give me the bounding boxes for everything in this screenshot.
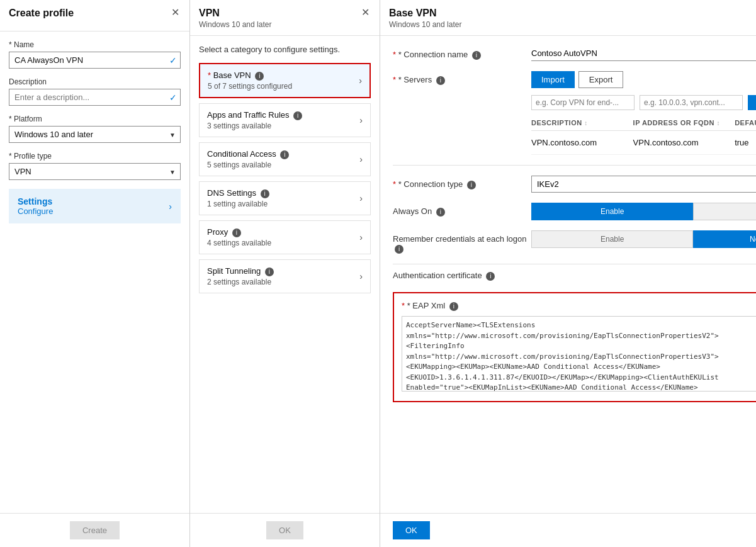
platform-label: * Platform [9, 115, 181, 123]
left-panel-header: Create profile ✕ [0, 0, 189, 31]
category-base-vpn-count: 5 of 7 settings configured [208, 82, 292, 91]
connection-type-select-wrapper: IKEv2 ▼ [531, 176, 756, 193]
remember-not-configured-button[interactable]: Not configured [693, 230, 756, 248]
ip-fqdn-input[interactable] [640, 95, 743, 110]
mid-ok-button[interactable]: OK [266, 521, 303, 539]
category-dns-settings[interactable]: DNS Settings i 1 setting available › [199, 181, 371, 215]
category-intro-text: Select a category to configure settings. [199, 45, 371, 54]
category-proxy[interactable]: Proxy i 4 settings available › [199, 220, 371, 254]
always-on-control: Enable Disable [531, 203, 756, 220]
mid-panel-close-button[interactable]: ✕ [360, 8, 371, 18]
connection-type-select[interactable]: IKEv2 [531, 176, 756, 193]
description-server-input[interactable] [531, 95, 635, 110]
name-input[interactable] [9, 52, 181, 69]
servers-table-header: DESCRIPTION ↕ IP ADDRESS OR FQDN ↕ DEFAU… [531, 115, 756, 131]
auth-cert-info-icon[interactable]: i [486, 272, 495, 281]
settings-sublabel: Configure [18, 206, 53, 216]
right-ok-button[interactable]: OK [393, 521, 430, 539]
servers-info-icon[interactable]: i [436, 76, 445, 85]
create-button[interactable]: Create [70, 521, 120, 539]
base-vpn-info-icon[interactable]: i [255, 72, 264, 81]
remember-credentials-label: Remember credentials at each logon i [393, 230, 531, 254]
td-description: VPN.contoso.com [531, 138, 633, 147]
category-dns-settings-count: 1 setting available [207, 200, 269, 208]
remember-enable-button[interactable]: Enable [531, 230, 693, 248]
eap-xml-label: * * EAP Xml i [402, 301, 756, 311]
auth-cert-label: Authentication certificate i [393, 271, 756, 281]
td-default: true [735, 138, 756, 147]
settings-configure-item[interactable]: Settings Configure › [9, 189, 181, 223]
category-conditional-access[interactable]: Conditional Access i 5 settings availabl… [199, 142, 371, 176]
table-row: VPN.contoso.com VPN.contoso.com true ··· [531, 131, 756, 155]
category-proxy-text: Proxy i 4 settings available [207, 227, 271, 247]
mid-panel-content: Select a category to configure settings.… [190, 36, 380, 513]
proxy-info-icon[interactable]: i [232, 228, 241, 237]
name-check-icon: ✓ [169, 55, 177, 65]
category-apps-traffic-count: 3 settings available [207, 121, 302, 130]
category-split-tunneling-count: 2 settings available [207, 278, 274, 286]
right-panel-footer: OK [380, 513, 756, 547]
connection-name-row: * * Connection name i [393, 46, 756, 61]
th-description: DESCRIPTION ↕ [531, 119, 633, 127]
always-on-disable-button[interactable]: Disable [693, 203, 756, 220]
true-toggle-button[interactable]: True [748, 95, 756, 110]
name-field-group: * Name ✓ [9, 40, 181, 69]
td-ip: VPN.contoso.com [633, 138, 735, 147]
profile-type-select-wrapper: VPN ▼ [9, 163, 181, 180]
category-dns-settings-name: DNS Settings i [207, 188, 269, 198]
connection-type-info-icon[interactable]: i [467, 181, 476, 189]
always-on-toggle: Enable Disable [531, 203, 756, 220]
profile-type-select[interactable]: VPN [9, 163, 181, 180]
right-panel-title-group: Base VPN Windows 10 and later [389, 8, 461, 29]
dns-settings-info-icon[interactable]: i [261, 189, 269, 198]
eap-xml-section: * * EAP Xml i AcceptServerName><TLSExten… [393, 292, 756, 402]
always-on-info-icon[interactable]: i [436, 208, 445, 217]
th-default-server: DEFAULT SERVER ↕ [735, 119, 756, 127]
profile-type-label: * Profile type [9, 152, 181, 161]
create-profile-panel: Create profile ✕ * Name ✓ Description ✓ … [0, 0, 190, 547]
category-apps-traffic-text: Apps and Traffic Rules i 3 settings avai… [207, 110, 302, 130]
category-split-tunneling[interactable]: Split Tunneling i 2 settings available › [199, 259, 371, 293]
left-panel-title: Create profile [9, 8, 74, 19]
settings-label: Settings [18, 196, 53, 206]
platform-select-wrapper: Windows 10 and later ▼ [9, 126, 181, 143]
servers-label: * * Servers i [393, 71, 531, 85]
form-divider-1 [393, 165, 756, 166]
mid-panel-header: VPN Windows 10 and later ✕ [190, 0, 380, 36]
connection-type-row: * * Connection type i IKEv2 ▼ [393, 176, 756, 193]
category-split-tunneling-name: Split Tunneling i [207, 266, 274, 276]
always-on-label: Always On i [393, 203, 531, 217]
platform-select[interactable]: Windows 10 and later [9, 126, 181, 143]
left-panel-close-button[interactable]: ✕ [170, 8, 181, 18]
right-panel-subtitle: Windows 10 and later [389, 20, 461, 29]
auth-cert-row: Authentication certificate i Select a ce… [393, 264, 756, 287]
left-panel-title-group: Create profile [9, 8, 74, 19]
description-input[interactable] [9, 89, 181, 106]
mid-panel-title-group: VPN Windows 10 and later [199, 8, 271, 29]
description-field-group: Description ✓ [9, 77, 181, 106]
category-base-vpn-text: * Base VPN i 5 of 7 settings configured [208, 70, 292, 91]
remember-credentials-row: Remember credentials at each logon i Ena… [393, 230, 756, 254]
remember-credentials-info-icon[interactable]: i [395, 245, 403, 254]
split-tunneling-info-icon[interactable]: i [265, 268, 274, 276]
base-vpn-chevron-icon: › [359, 76, 362, 86]
eap-xml-info-icon[interactable]: i [449, 302, 458, 311]
right-panel-title: Base VPN [389, 8, 461, 19]
category-base-vpn[interactable]: * Base VPN i 5 of 7 settings configured … [199, 63, 371, 98]
settings-chevron-right-icon: › [169, 201, 172, 211]
connection-name-input[interactable] [531, 46, 756, 61]
apps-traffic-info-icon[interactable]: i [293, 111, 302, 120]
category-apps-traffic[interactable]: Apps and Traffic Rules i 3 settings avai… [199, 103, 371, 137]
always-on-enable-button[interactable]: Enable [531, 203, 693, 220]
import-button[interactable]: Import [531, 71, 575, 88]
connection-type-label: * * Connection type i [393, 176, 531, 189]
left-panel-footer: Create [0, 513, 189, 547]
connection-name-label: * * Connection name i [393, 46, 531, 60]
connection-name-control [531, 46, 756, 61]
server-input-form: True False Add [531, 93, 756, 110]
conditional-access-info-icon[interactable]: i [280, 150, 289, 159]
export-button[interactable]: Export [578, 71, 624, 88]
servers-row: * * Servers i Import Export True False A… [393, 71, 756, 155]
connection-name-info-icon[interactable]: i [472, 51, 481, 60]
eap-xml-textarea[interactable]: AcceptServerName><TLSExtensions xmlns="h… [402, 316, 756, 392]
